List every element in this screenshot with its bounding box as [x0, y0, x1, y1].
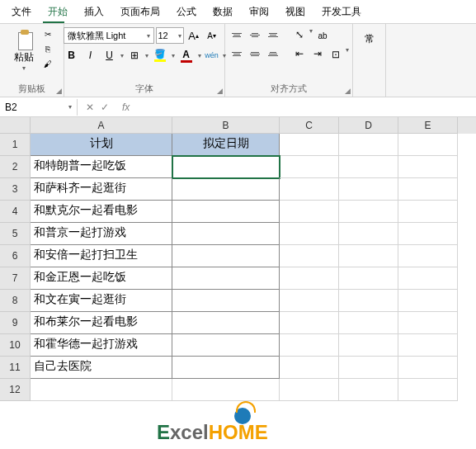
cell[interactable]: [398, 290, 458, 312]
decrease-indent-button[interactable]: ⇤: [291, 46, 308, 61]
cell[interactable]: [280, 201, 339, 223]
align-middle-button[interactable]: [247, 27, 263, 42]
cell[interactable]: 和默克尔一起看电影: [31, 201, 172, 223]
underline-button[interactable]: U: [101, 47, 118, 64]
cell[interactable]: [172, 334, 280, 357]
format-painter-button[interactable]: 🖌: [40, 57, 55, 70]
cell[interactable]: [172, 223, 280, 245]
align-right-button[interactable]: [265, 46, 281, 61]
fx-icon[interactable]: fx: [117, 102, 134, 113]
select-all-corner[interactable]: [0, 117, 31, 134]
cell[interactable]: [280, 267, 339, 290]
align-bottom-button[interactable]: [265, 27, 281, 42]
cell[interactable]: [398, 156, 458, 178]
cell[interactable]: [339, 290, 398, 312]
cell[interactable]: 和霍华德一起打游戏: [31, 334, 172, 357]
paste-button[interactable]: 粘贴 ▾: [9, 27, 39, 73]
orientation-button[interactable]: ⤡: [291, 27, 308, 42]
wrap-text-button[interactable]: ab: [314, 27, 331, 44]
row-header[interactable]: 6: [0, 245, 31, 267]
cell[interactable]: [339, 379, 398, 401]
decrease-font-button[interactable]: A▾: [204, 27, 220, 44]
cell[interactable]: [172, 245, 280, 267]
cell[interactable]: [398, 134, 458, 156]
cell[interactable]: [280, 178, 339, 201]
cell[interactable]: [398, 178, 458, 201]
cell[interactable]: [339, 223, 398, 245]
cell[interactable]: [280, 245, 339, 267]
bold-button[interactable]: B: [64, 47, 80, 64]
font-dialog-launcher[interactable]: ◢: [217, 87, 223, 95]
tab-developer[interactable]: 开发工具: [313, 2, 370, 22]
cut-button[interactable]: ✂: [40, 27, 55, 40]
cell[interactable]: [280, 357, 339, 379]
cell[interactable]: [280, 223, 339, 245]
col-header-e[interactable]: E: [398, 117, 458, 134]
formula-input[interactable]: [134, 105, 476, 110]
row-header[interactable]: 7: [0, 267, 31, 290]
cell[interactable]: 自己去医院: [31, 357, 172, 379]
cell[interactable]: [398, 379, 458, 401]
cell[interactable]: [172, 267, 280, 290]
tab-insert[interactable]: 插入: [76, 2, 112, 22]
confirm-formula-button[interactable]: ✓: [101, 102, 109, 113]
cell[interactable]: [280, 290, 339, 312]
cell[interactable]: [172, 357, 280, 379]
align-left-button[interactable]: [229, 46, 245, 61]
increase-font-button[interactable]: A▴: [186, 27, 202, 44]
cell[interactable]: [280, 312, 339, 334]
cell[interactable]: [339, 201, 398, 223]
col-header-b[interactable]: B: [172, 117, 280, 134]
cell[interactable]: [280, 334, 339, 357]
font-size-select[interactable]: 12 ▾: [156, 27, 184, 44]
border-button[interactable]: ⊞: [126, 47, 143, 64]
tab-data[interactable]: 数据: [205, 2, 241, 22]
cell[interactable]: 和金正恩一起吃饭: [31, 267, 172, 290]
copy-button[interactable]: ⎘: [40, 42, 55, 55]
cancel-formula-button[interactable]: ✕: [86, 102, 94, 113]
cell[interactable]: [280, 156, 339, 178]
row-header[interactable]: 11: [0, 357, 31, 379]
col-header-d[interactable]: D: [339, 117, 398, 134]
row-header[interactable]: 8: [0, 290, 31, 312]
cell[interactable]: [172, 312, 280, 334]
tab-review[interactable]: 审阅: [241, 2, 277, 22]
merge-button[interactable]: ⊡: [328, 46, 344, 63]
clipboard-dialog-launcher[interactable]: ◢: [56, 87, 62, 95]
cell[interactable]: 和萨科齐一起逛街: [31, 178, 172, 201]
cell[interactable]: [280, 134, 339, 156]
cell[interactable]: 计划: [31, 134, 172, 156]
cell[interactable]: [339, 334, 398, 357]
align-center-button[interactable]: [247, 46, 263, 61]
cell[interactable]: 和布莱尔一起看电影: [31, 312, 172, 334]
chevron-down-icon[interactable]: ▾: [145, 52, 148, 59]
phonetic-button[interactable]: wén: [204, 47, 220, 64]
tab-file[interactable]: 文件: [3, 2, 40, 22]
font-name-select[interactable]: 微软雅黑 Light ▾: [64, 27, 154, 44]
cell[interactable]: [398, 267, 458, 290]
cell[interactable]: [339, 267, 398, 290]
cell[interactable]: [398, 201, 458, 223]
cell[interactable]: 和文在寅一起逛街: [31, 290, 172, 312]
cell[interactable]: [172, 201, 280, 223]
cell[interactable]: [339, 156, 398, 178]
cell[interactable]: 和普京一起打游戏: [31, 223, 172, 245]
row-header[interactable]: 5: [0, 223, 31, 245]
row-header[interactable]: 2: [0, 156, 31, 178]
chevron-down-icon[interactable]: ▾: [120, 52, 124, 59]
cell[interactable]: [398, 312, 458, 334]
cell[interactable]: [339, 178, 398, 201]
row-header[interactable]: 12: [0, 379, 31, 401]
italic-button[interactable]: I: [82, 47, 99, 64]
cell[interactable]: 和安倍一起打扫卫生: [31, 245, 172, 267]
row-header[interactable]: 10: [0, 334, 31, 357]
tab-home[interactable]: 开始: [40, 2, 76, 22]
col-header-a[interactable]: A: [31, 117, 172, 134]
increase-indent-button[interactable]: ⇥: [309, 46, 326, 61]
cell[interactable]: 拟定日期: [172, 134, 280, 156]
chevron-down-icon[interactable]: ▾: [172, 52, 175, 59]
cell[interactable]: [172, 290, 280, 312]
chevron-down-icon[interactable]: ▾: [198, 52, 201, 59]
cell[interactable]: [398, 245, 458, 267]
font-color-button[interactable]: A: [177, 49, 196, 63]
